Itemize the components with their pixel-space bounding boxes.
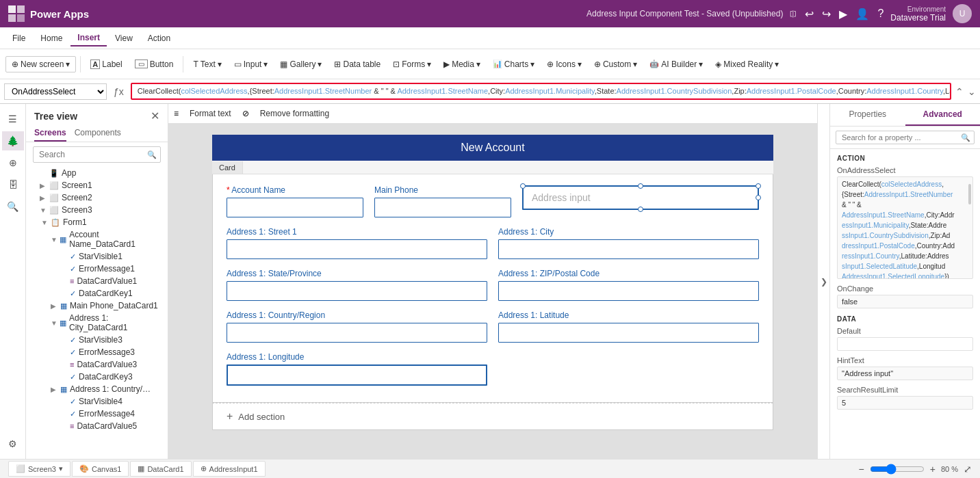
zoom-slider[interactable] — [870, 464, 925, 475]
menu-home[interactable]: Home — [34, 31, 69, 46]
menu-view[interactable]: View — [108, 31, 140, 46]
menu-action[interactable]: Action — [141, 31, 177, 46]
menu-insert[interactable]: Insert — [70, 30, 107, 47]
sidebar-tree-icon[interactable]: 🌲 — [2, 131, 24, 150]
tree-item-screen3[interactable]: ▼ ⬜ Screen3 — [26, 204, 168, 216]
longitude-input[interactable] — [227, 364, 487, 386]
undo-icon[interactable]: ↩ — [805, 8, 814, 21]
tree-item-app[interactable]: 📱 App — [26, 167, 168, 179]
tree-close-icon[interactable]: ✕ — [151, 109, 159, 122]
expand-icon[interactable]: ⌃ — [955, 86, 964, 97]
tree-item-errormessage1[interactable]: ✓ ErrorMessage1 — [26, 263, 168, 275]
status-tab-canvas1[interactable]: 🎨 Canvas1 — [72, 461, 129, 477]
button-button[interactable]: ▭ Button — [129, 57, 179, 72]
sidebar-search-icon-btn[interactable]: 🔍 — [2, 197, 24, 216]
tree-item-errormessage3[interactable]: ✓ ErrorMessage3 — [26, 346, 168, 358]
tree-item-accountname[interactable]: ▼ ▦ Account Name_DataCard1 — [26, 228, 168, 250]
redo-icon[interactable]: ↪ — [822, 8, 831, 21]
canvas-scroll[interactable]: New Account Card * Account Name — [168, 124, 817, 459]
datatable-button[interactable]: ⊞ Data table — [328, 57, 386, 72]
tree-item-address1country[interactable]: ▶ ▦ Address 1: Country/Region_DataCar... — [26, 383, 168, 395]
account-name-input[interactable] — [227, 198, 363, 217]
tree-item-starvisible1[interactable]: ✓ StarVisible1 — [26, 250, 168, 263]
check-icon[interactable]: ⎅ — [790, 8, 797, 21]
play-icon[interactable]: ▶ — [839, 8, 847, 21]
state-input[interactable] — [227, 281, 487, 301]
icons-button[interactable]: ⊕ Icons▾ — [541, 57, 587, 72]
tree-item-starvisible3[interactable]: ✓ StarVisible3 — [26, 334, 168, 346]
formula-selector[interactable]: OnAddressSelect — [4, 83, 107, 100]
on-change-value[interactable]: false — [837, 295, 973, 308]
status-tab-screen3[interactable]: ⬜ Screen3▾ — [8, 461, 70, 477]
format-text-button[interactable]: Format text — [184, 107, 237, 120]
tree-item-form1[interactable]: ▼ 📋 Form1 — [26, 216, 168, 228]
tree-title: Tree view — [34, 111, 77, 122]
sidebar-settings-icon[interactable]: ⚙ — [2, 434, 24, 453]
hinttext-value[interactable]: "Address input" — [837, 367, 973, 380]
latitude-input[interactable] — [498, 323, 759, 343]
help-icon[interactable]: ? — [877, 8, 884, 21]
mixed-reality-button[interactable]: ◈ Mixed Reality▾ — [710, 57, 784, 72]
forms-button[interactable]: ⊡ Forms▾ — [387, 57, 437, 72]
search-people-icon[interactable]: 👤 — [855, 8, 869, 21]
sidebar-data-icon[interactable]: 🗄 — [2, 175, 24, 194]
charts-button[interactable]: 📊 Charts▾ — [487, 57, 540, 72]
new-screen-button[interactable]: ⊕ New screen ▾ — [5, 56, 76, 72]
state-label: Address 1: State/Province — [227, 269, 487, 278]
formula-equals: ƒx — [111, 86, 127, 97]
tree-item-mainphone[interactable]: ▶ ▦ Main Phone_DataCard1 — [26, 300, 168, 312]
tree-item-datacardvalue5[interactable]: ≡ DataCardValue5 — [26, 420, 168, 432]
tree-item-datacardkey3[interactable]: ✓ DataCardKey3 — [26, 371, 168, 383]
label-button[interactable]: A Label — [85, 57, 127, 72]
tree-item-address1city[interactable]: ▼ ▦ Address 1: City_DataCard1 — [26, 312, 168, 334]
address-input-box[interactable]: Address input — [522, 185, 759, 210]
city-input[interactable] — [498, 239, 759, 259]
tab-properties[interactable]: Properties — [830, 104, 905, 126]
tree-item-datacardvalue3[interactable]: ≡ DataCardValue3 — [26, 358, 168, 371]
tab-advanced[interactable]: Advanced — [905, 104, 981, 126]
datatable-icon: ⊞ — [334, 59, 341, 69]
status-tab-datacard1[interactable]: ▦ DataCard1 — [130, 461, 191, 477]
tree-search-input[interactable] — [33, 146, 161, 163]
sidebar-menu-icon[interactable]: ☰ — [2, 109, 24, 129]
tree-item-datacardvalue1[interactable]: ≡ DataCardValue1 — [26, 275, 168, 287]
fit-screen-icon[interactable]: ⤢ — [964, 464, 972, 475]
save-status: Address Input Component Test - Saved (Un… — [586, 9, 783, 18]
main-phone-input[interactable] — [374, 198, 511, 217]
collapse-icon[interactable]: ⌄ — [968, 86, 976, 97]
media-button[interactable]: ▶ Media▾ — [438, 57, 486, 72]
remove-formatting-button[interactable]: Remove formatting — [255, 107, 335, 120]
status-tab-addressinput1[interactable]: ⊕ AddressInput1 — [193, 461, 266, 477]
ai-builder-button[interactable]: 🤖 AI Builder▾ — [644, 57, 708, 72]
tree-item-starvisible4[interactable]: ✓ StarVisible4 — [26, 395, 168, 408]
property-search-input[interactable] — [836, 131, 975, 144]
street1-input[interactable] — [227, 239, 487, 259]
on-address-select-value[interactable]: ClearCollect(colSelectedAddress, {Street… — [837, 176, 973, 279]
input-button[interactable]: ▭ Input▾ — [229, 57, 274, 72]
right-chevron[interactable]: ❯ — [817, 104, 829, 459]
add-section-button[interactable]: + Add section — [212, 403, 773, 430]
tree-item-errormessage4[interactable]: ✓ ErrorMessage4 — [26, 408, 168, 420]
canvas-area: ≡ Format text ⊘ Remove formatting New Ac… — [168, 104, 817, 459]
tree-item-datacardkey1[interactable]: ✓ DataCardKey1 — [26, 287, 168, 300]
avatar[interactable]: U — [953, 4, 972, 23]
formula-input[interactable]: ClearCollect(colSelectedAddress,{Street:… — [131, 83, 951, 100]
custom-button[interactable]: ⊕ Custom▾ — [589, 57, 643, 72]
zoom-out-icon[interactable]: − — [859, 464, 864, 475]
tree-item-screen1[interactable]: ▶ ⬜ Screen1 — [26, 179, 168, 191]
gallery-button[interactable]: ▦ Gallery▾ — [274, 57, 327, 72]
zoom-in-icon[interactable]: + — [930, 464, 936, 475]
tree-item-screen2[interactable]: ▶ ⬜ Screen2 — [26, 191, 168, 204]
sidebar-component-icon[interactable]: ⊕ — [2, 153, 24, 172]
searchresultlimit-value[interactable]: 5 — [837, 396, 973, 410]
text-button[interactable]: T Text▾ — [188, 57, 227, 72]
menu-file[interactable]: File — [5, 31, 32, 46]
tab-screens[interactable]: Screens — [34, 125, 66, 142]
tree-item-label: Address 1: City_DataCard1 — [69, 313, 162, 332]
default-value[interactable] — [837, 337, 973, 351]
handle-topleft — [520, 183, 526, 189]
tab-components[interactable]: Components — [75, 125, 121, 142]
tree-item-label: ErrorMessage3 — [79, 347, 135, 357]
zip-input[interactable] — [498, 281, 759, 301]
country-input[interactable] — [227, 323, 487, 343]
